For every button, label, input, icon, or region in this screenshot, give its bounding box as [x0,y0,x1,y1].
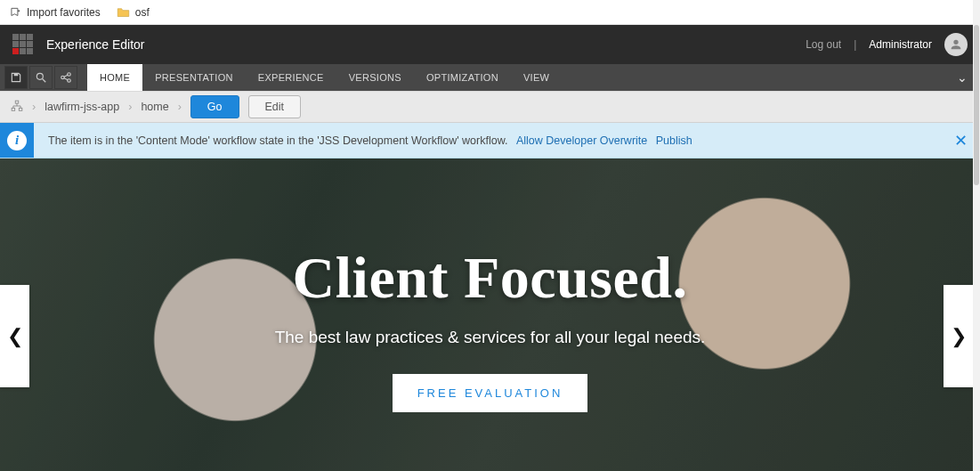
folder-icon [117,6,130,18]
info-icon: i [7,131,27,150]
search-icon [35,71,47,84]
sitemap-icon[interactable] [11,100,23,115]
ribbon-header: Experience Editor Log out | Administrato… [0,25,980,64]
scrollbar-thumb[interactable] [974,25,979,185]
app-title: Experience Editor [46,37,806,52]
bookmarks-bar: Import favorites osf [0,0,980,25]
hero-subtitle[interactable]: The best law practices & services for al… [275,328,706,347]
search-button[interactable] [29,66,53,89]
tab-view[interactable]: VIEW [511,64,562,91]
svg-rect-7 [12,108,14,110]
avatar[interactable] [944,33,968,56]
breadcrumb-bar: › lawfirm-jss-app › home › Go Edit [0,91,980,123]
svg-rect-8 [19,108,22,110]
ribbon-tabs: HOME PRESENTATION EXPERIENCE VERSIONS OP… [87,64,562,91]
components-button[interactable] [54,66,77,89]
hero-slider: Client Focused. The best law practices &… [0,158,980,471]
bookmark-folder-label: osf [135,6,150,19]
publish-link[interactable]: Publish [656,134,692,147]
tab-experience[interactable]: EXPERIENCE [246,64,336,91]
tab-versions[interactable]: VERSIONS [336,64,414,91]
scrollbar[interactable] [973,0,980,471]
ribbon-tabs-row: HOME PRESENTATION EXPERIENCE VERSIONS OP… [0,64,980,91]
import-favorites-icon [9,6,21,19]
breadcrumb-sep: › [32,101,36,113]
save-icon [10,71,22,84]
sitecore-logo-icon[interactable] [12,34,34,55]
ribbon-collapse-toggle[interactable]: ⌄ [957,64,968,91]
svg-line-2 [43,79,46,83]
svg-rect-0 [14,73,19,76]
info-icon-wrap: i [0,123,34,158]
svg-rect-6 [15,101,19,103]
breadcrumb-item-home[interactable]: home [141,101,168,113]
bookmark-folder-osf[interactable]: osf [117,6,150,19]
edit-button[interactable]: Edit [248,95,302,118]
breadcrumb-item-app[interactable]: lawfirm-jss-app [45,101,119,113]
close-icon: ✕ [954,131,968,150]
chevron-left-icon: ❮ [7,325,23,348]
tab-optimization[interactable]: OPTIMIZATION [414,64,511,91]
message-close-button[interactable]: ✕ [954,123,968,158]
chevron-down-icon: ⌄ [957,70,968,85]
breadcrumb-sep: › [178,101,182,113]
tab-home[interactable]: HOME [87,64,142,91]
workflow-message-text: The item is in the 'Content Mode' workfl… [48,134,507,147]
allow-overwrite-link[interactable]: Allow Developer Overwrite [516,134,647,147]
breadcrumb-sep: › [128,101,132,113]
workflow-message-bar: i The item is in the 'Content Mode' work… [0,123,980,158]
save-button[interactable] [4,66,28,89]
link-icon [60,71,72,84]
hero-cta-button[interactable]: FREE EVALUATION [393,374,588,412]
hero-title[interactable]: Client Focused. [293,244,688,312]
go-button[interactable]: Go [190,95,239,118]
slider-next-button[interactable]: ❯ [944,285,973,387]
svg-point-1 [36,73,43,79]
logout-link[interactable]: Log out [806,38,841,51]
tab-presentation[interactable]: PRESENTATION [142,64,246,91]
user-name-link[interactable]: Administrator [869,38,932,51]
slider-prev-button[interactable]: ❮ [0,285,29,387]
user-icon [949,37,963,52]
import-favorites-label: Import favorites [27,6,101,19]
divider: | [854,38,856,51]
import-favorites-item[interactable]: Import favorites [9,6,101,19]
chevron-right-icon: ❯ [951,325,967,348]
